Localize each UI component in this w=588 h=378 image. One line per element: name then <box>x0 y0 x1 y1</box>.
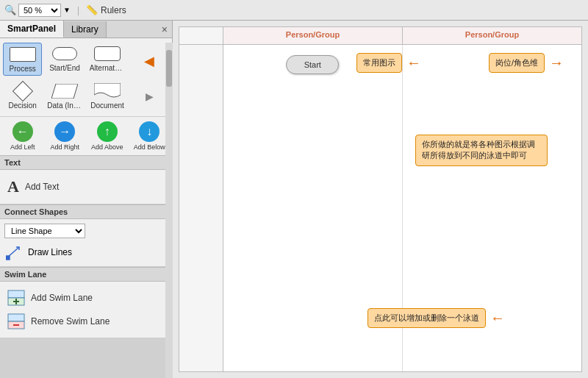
panel-close-button[interactable]: × <box>157 22 172 37</box>
zoom-control: 🔍 25 % 50 % 75 % 100 % ▼ <box>4 4 71 17</box>
add-swimlane-icon <box>7 289 25 307</box>
decision-visual <box>12 81 33 101</box>
shape-process[interactable]: Process <box>3 43 42 76</box>
diagram-header-empty <box>179 27 223 44</box>
annotation-swimlane: 点此可以增加或删除一个泳道 ← <box>368 308 505 328</box>
add-above-button[interactable]: ↑ Add Above <box>87 120 127 152</box>
remove-swimlane-icon <box>7 313 25 330</box>
zoom-dropdown-icon[interactable]: ▼ <box>63 6 71 14</box>
text-section: A Add Text <box>0 170 172 204</box>
rulers-label: Rulers <box>101 5 126 15</box>
add-above-icon: ↑ <box>97 121 118 142</box>
shape-document[interactable]: Document <box>87 80 126 112</box>
anno-common-shapes-arrow: ← <box>406 54 421 71</box>
shape-decision-label: Decision <box>8 101 36 110</box>
shapes-more-arrow[interactable]: ◀ <box>144 53 154 69</box>
rulers-toggle[interactable]: 📏 Rulers <box>86 4 126 15</box>
annotation-explanation: 你所做的就是将各种图示根据调研所得放到不同的泳道中即可 <box>415 135 548 166</box>
diagram-col-header-2: Person/Group <box>403 27 581 44</box>
startend-shape-visual <box>52 47 77 60</box>
shapes-grid-row1: Process Start/End Alternat <box>3 43 169 76</box>
shape-startend-label: Start/End <box>49 64 80 72</box>
zoom-select[interactable]: 25 % 50 % 75 % 100 % <box>18 4 61 17</box>
add-right-button[interactable]: → Add Right <box>46 120 85 152</box>
shape-document-label: Document <box>90 101 124 110</box>
swimlane-section-header: Swim Lane <box>0 267 172 282</box>
add-swimlane-button[interactable]: Add Swim Lane <box>4 286 168 310</box>
alternate-shape-visual <box>94 46 121 61</box>
remove-swimlane-label: Remove Swim Lane <box>31 316 110 327</box>
diagram-header: Person/Group Person/Group <box>179 27 581 45</box>
shape-alternate[interactable]: Alternate... <box>87 43 127 76</box>
main-container: 🔍 25 % 50 % 75 % 100 % ▼ | 📏 Rulers Smar… <box>0 0 588 378</box>
tab-library[interactable]: Library <box>64 21 107 38</box>
left-panel: SmartPanel Library × <box>0 21 173 338</box>
svg-marker-0 <box>51 84 78 99</box>
shape-alternate-label: Alternate... <box>90 64 125 72</box>
process-shape-visual <box>10 47 36 62</box>
add-above-label: Add Above <box>91 143 123 151</box>
toolbar: 🔍 25 % 50 % 75 % 100 % ▼ | 📏 Rulers <box>0 0 588 21</box>
text-section-header: Text <box>0 155 172 170</box>
shapes-more-arrow2[interactable]: ▶ <box>146 90 154 102</box>
add-below-icon: ↓ <box>139 121 159 142</box>
annotation-role-dimension: 岗位/角色维 → <box>489 53 564 73</box>
search-icon: 🔍 <box>4 4 16 15</box>
remove-swimlane-button[interactable]: Remove Swim Lane <box>4 310 168 333</box>
left-panel-wrapper: SmartPanel Library × <box>0 21 173 378</box>
draw-lines-icon <box>6 244 22 260</box>
start-shape: Start <box>286 55 339 74</box>
connect-select-row: Line Shape <box>4 224 168 238</box>
arrow-buttons-section: ← Add Left → Add Right ↑ Add Above ↓ Add… <box>0 117 172 155</box>
anno-explanation-box: 你所做的就是将各种图示根据调研所得放到不同的泳道中即可 <box>415 135 548 166</box>
anno-role-box: 岗位/角色维 <box>489 53 545 73</box>
add-below-button[interactable]: ↓ Add Below <box>130 120 170 152</box>
connect-section: Line Shape Draw Lines <box>0 219 172 267</box>
swimlane-section: Add Swim Lane Remove Swim Lane <box>0 282 172 338</box>
scrollbar-thumb <box>166 50 172 87</box>
data-shape-svg <box>51 84 78 99</box>
line-shape-select[interactable]: Line Shape <box>4 224 85 238</box>
anno-swimlane-arrow: ← <box>490 310 505 327</box>
add-swimlane-label: Add Swim Lane <box>31 293 93 303</box>
anno-swimlane-box: 点此可以增加或删除一个泳道 <box>368 308 486 328</box>
document-shape-svg <box>94 83 121 99</box>
shape-process-label: Process <box>10 65 36 73</box>
add-left-icon: ← <box>12 121 33 142</box>
shape-data-label: Data (Inp... <box>47 101 82 110</box>
connect-section-header: Connect Shapes <box>0 204 172 219</box>
svg-rect-3 <box>8 290 24 298</box>
anno-common-shapes-box: 常用图示 <box>356 53 402 73</box>
rulers-icon: 📏 <box>86 4 98 15</box>
anno-role-arrow: → <box>549 54 564 71</box>
text-a-icon: A <box>7 177 19 196</box>
shapes-section: Process Start/End Alternat <box>0 38 172 117</box>
add-left-button[interactable]: ← Add Left <box>3 120 43 152</box>
add-left-label: Add Left <box>10 143 35 151</box>
shape-data[interactable]: Data (Inp... <box>45 80 85 112</box>
add-text-label: Add Text <box>25 182 59 192</box>
shapes-grid-row2: Decision Data (Inp... <box>3 80 169 112</box>
shape-startend[interactable]: Start/End <box>45 43 84 76</box>
annotation-common-shapes: 常用图示 ← <box>356 53 421 73</box>
diagram-col-header-1: Person/Group <box>223 27 403 44</box>
tab-smartpanel[interactable]: SmartPanel <box>0 21 64 38</box>
draw-lines-button[interactable]: Draw Lines <box>4 243 168 262</box>
add-right-label: Add Right <box>50 143 79 151</box>
panel-tabs: SmartPanel Library × <box>0 21 172 38</box>
draw-lines-label: Draw Lines <box>28 247 72 257</box>
diagram-row-label <box>179 45 223 371</box>
svg-rect-7 <box>8 314 24 321</box>
add-right-icon: → <box>54 121 75 142</box>
content-area: SmartPanel Library × <box>0 21 588 378</box>
svg-rect-2 <box>6 256 10 260</box>
panel-scrollbar[interactable] <box>165 43 173 378</box>
shape-decision[interactable]: Decision <box>3 80 42 112</box>
add-text-button[interactable]: A Add Text <box>4 174 168 199</box>
canvas-area[interactable]: Person/Group Person/Group <box>173 21 588 378</box>
add-below-label: Add Below <box>134 143 165 151</box>
